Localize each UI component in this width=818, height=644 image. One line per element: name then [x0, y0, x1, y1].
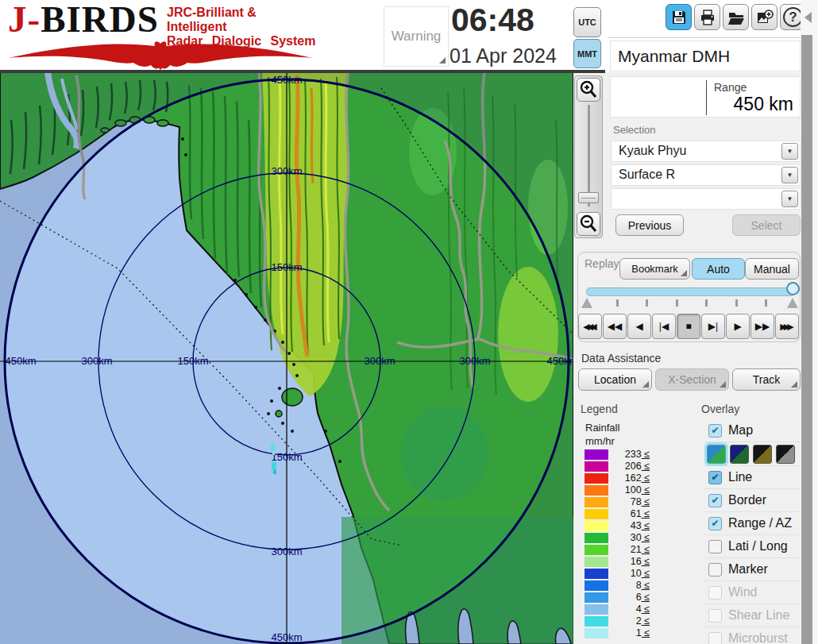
chevron-down-icon[interactable]: ▼ [781, 191, 798, 207]
legend-color-swatch [585, 569, 608, 579]
fast-rewind-button[interactable]: ◀◀ [603, 314, 627, 339]
track-button[interactable]: Track [732, 368, 801, 391]
legend-color-swatch [585, 449, 608, 460]
station-dropdown[interactable]: Kyauk Phyu ▼ [611, 141, 801, 162]
checkbox-icon[interactable] [708, 540, 722, 553]
overlay-item-label: Lati / Long [728, 539, 788, 553]
manual-mode-button[interactable]: Manual [745, 258, 799, 280]
replay-slider-track[interactable] [586, 287, 795, 296]
warning-button[interactable]: Warning [384, 6, 449, 67]
legend-entry: 6 ≤ [585, 592, 664, 603]
panel-collapse-strip [801, 0, 818, 644]
playback-controls: ◀◀◀◀◀◀|◀■▶|▶▶▶▶▶▶ [578, 314, 801, 339]
print-button[interactable] [694, 4, 720, 30]
checkbox-checked-icon[interactable]: ✔ [708, 424, 722, 438]
select-button[interactable]: Select [732, 214, 801, 236]
legend-entries: 233 ≤206 ≤162 ≤100 ≤78 ≤61 ≤43 ≤30 ≤21 ≤… [585, 449, 664, 640]
checkbox-icon[interactable] [708, 563, 722, 577]
replay-label: Replay [585, 257, 619, 270]
previous-button[interactable]: Previous [615, 214, 684, 236]
overlay-item-border[interactable]: ✔Border [702, 489, 801, 512]
logo-title-j: J- [8, 0, 41, 40]
stop-button[interactable]: ■ [677, 314, 700, 339]
ring-label: 300km [459, 355, 490, 367]
zoom-in-button[interactable] [577, 78, 600, 102]
zoom-out-button[interactable] [577, 212, 600, 236]
map-style-swatch-2[interactable] [730, 445, 749, 464]
step-forward-button[interactable]: ▶| [701, 314, 725, 339]
checkbox-icon [708, 609, 722, 623]
legend-entry: 206 ≤ [585, 461, 664, 472]
legend-value: 4 ≤ [610, 604, 650, 615]
zoom-slider-thumb[interactable] [578, 192, 599, 203]
checkbox-checked-icon[interactable]: ✔ [708, 471, 722, 484]
track-label: Track [753, 373, 780, 386]
save-icon [670, 9, 688, 26]
overlay-item-line[interactable]: ✔Line [702, 466, 801, 489]
auto-mode-button[interactable]: Auto [692, 258, 745, 280]
zoom-slider-track[interactable] [588, 105, 590, 206]
legend-entry: 78 ≤ [585, 497, 664, 507]
map-style-swatch-1[interactable] [707, 445, 726, 464]
map-style-swatch-3[interactable] [753, 445, 772, 464]
legend-entry: 61 ≤ [585, 509, 664, 519]
clock-time: 06:48 [451, 2, 582, 39]
overlay-item-label: Microburst [728, 631, 788, 644]
slider-tick [616, 299, 619, 307]
overlay-item-label: Wind [728, 585, 757, 600]
timezone-utc-button[interactable]: UTC [573, 7, 601, 37]
legend-value: 206 ≤ [610, 461, 650, 472]
step-back-button[interactable]: |◀ [652, 314, 676, 339]
overlay-item-label: Line [728, 470, 752, 484]
chevron-down-icon[interactable]: ▼ [781, 143, 798, 160]
product-dropdown[interactable]: Surface R ▼ [611, 164, 801, 186]
legend-color-swatch [585, 545, 608, 555]
legend-value: 100 ≤ [610, 484, 650, 496]
overlay-item-range-az[interactable]: ✔Range / AZ [702, 512, 801, 535]
map-style-swatch-4[interactable] [776, 445, 795, 464]
open-folder-button[interactable] [723, 4, 749, 30]
legend-entry: 10 ≤ [585, 569, 664, 579]
legend-color-swatch [585, 580, 608, 591]
overlay-item-marker[interactable]: Marker [702, 558, 801, 581]
slider-end-marker[interactable] [787, 298, 798, 308]
location-label: Location [594, 373, 636, 386]
station-name-box: Myanmar DMH [610, 40, 801, 71]
legend-color-swatch [585, 616, 608, 627]
legend-value: 233 ≤ [610, 449, 650, 460]
overlay-item-label: Marker [728, 562, 768, 577]
legend-color-swatch [585, 461, 608, 472]
legend-color-swatch [585, 533, 608, 543]
jump-end-button[interactable]: ▶▶▶ [775, 314, 799, 339]
add-image-button[interactable] [751, 4, 777, 30]
zoom-out-magnifier-icon [579, 214, 598, 233]
checkbox-checked-icon[interactable]: ✔ [708, 494, 722, 507]
replay-slider-thumb[interactable] [786, 282, 800, 295]
checkbox-icon [708, 632, 722, 644]
save-button[interactable] [666, 4, 692, 30]
play-button[interactable]: ▶ [726, 314, 750, 339]
collapse-arrow-icon[interactable] [804, 12, 812, 23]
location-button[interactable]: Location [578, 368, 652, 391]
chevron-down-icon[interactable]: ▼ [781, 167, 798, 183]
open-folder-icon [727, 9, 745, 26]
rain-echo [273, 470, 276, 474]
option-dropdown[interactable]: ▼ [611, 188, 801, 210]
jump-start-button[interactable]: ◀◀◀ [578, 314, 602, 339]
map-zoom-control [574, 75, 603, 238]
bookmark-button[interactable]: Bookmark [619, 258, 690, 280]
radar-map-view[interactable]: 450km 300km 150km 150km 300km 450km 450k… [0, 72, 573, 644]
fast-forward-button[interactable]: ▶▶ [750, 314, 774, 339]
timezone-mmt-button[interactable]: MMT [573, 39, 601, 68]
panel-scrollbar[interactable] [801, 35, 812, 644]
overlay-item-lati-long[interactable]: Lati / Long [702, 535, 801, 558]
play-reverse-button[interactable]: ◀ [627, 314, 651, 339]
checkbox-checked-icon[interactable]: ✔ [708, 517, 722, 530]
rain-echo [272, 462, 276, 470]
ring-label: 450km [271, 74, 302, 86]
plains-patch [498, 267, 558, 402]
ring-label: 450km [5, 355, 36, 367]
overlay-item-map[interactable]: ✔Map [702, 419, 801, 442]
slider-start-marker[interactable] [581, 298, 592, 308]
legend-value: 21 ≤ [610, 544, 650, 555]
